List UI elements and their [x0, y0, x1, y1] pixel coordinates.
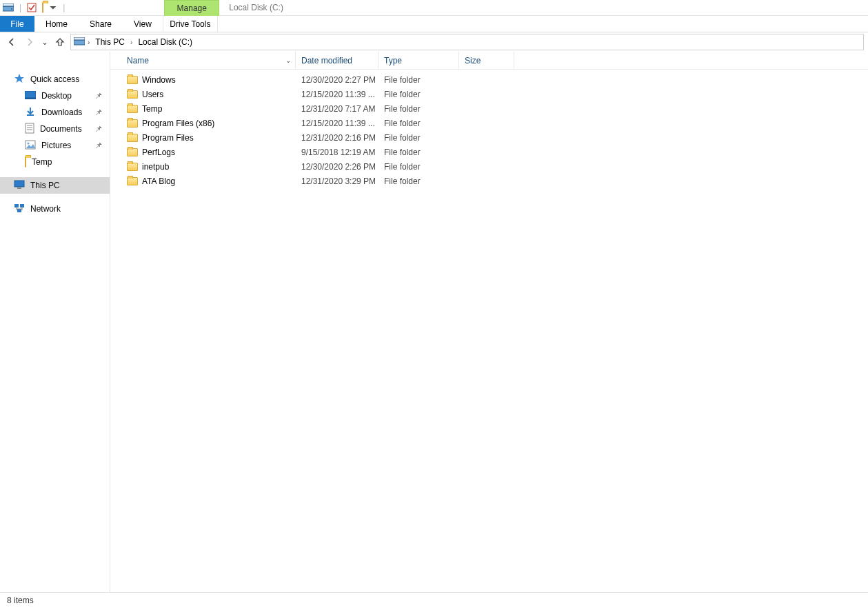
- chevron-right-icon[interactable]: ›: [130, 39, 132, 46]
- drive-icon: [74, 37, 85, 48]
- sidebar-item-label: Quick access: [30, 74, 79, 84]
- pin-icon: 📌︎: [94, 108, 103, 117]
- svg-rect-5: [74, 37, 85, 40]
- sidebar-item-label: Pictures: [41, 141, 71, 150]
- computer-icon: [14, 180, 25, 192]
- file-list[interactable]: Windows12/30/2020 2:27 PMFile folderUser…: [110, 70, 868, 592]
- tab-home[interactable]: Home: [34, 16, 79, 32]
- folder-icon: [127, 134, 138, 142]
- status-item-count: 8 items: [7, 596, 34, 605]
- up-button[interactable]: [52, 34, 68, 50]
- main-area: Quick access Desktop 📌︎ Downloads 📌︎ Doc…: [0, 52, 868, 592]
- folder-icon: [127, 163, 138, 171]
- sidebar-item-label: This PC: [30, 181, 60, 190]
- file-row[interactable]: PerfLogs9/15/2018 12:19 AMFile folder: [110, 145, 868, 159]
- tab-view[interactable]: View: [123, 16, 163, 32]
- svg-rect-16: [17, 188, 21, 189]
- sidebar-item-quick-access[interactable]: Quick access: [0, 71, 110, 88]
- folder-icon: [127, 119, 138, 128]
- pin-icon: 📌︎: [94, 124, 103, 134]
- file-type: File folder: [379, 119, 459, 128]
- sidebar-item-downloads[interactable]: Downloads 📌︎: [0, 104, 110, 121]
- sidebar-item-label: Desktop: [41, 91, 72, 101]
- pin-icon: 📌︎: [94, 91, 103, 101]
- svg-rect-19: [17, 209, 21, 212]
- svg-rect-17: [14, 204, 19, 207]
- svg-point-2: [11, 8, 12, 10]
- file-date: 12/15/2020 11:39 ...: [296, 119, 379, 128]
- pin-icon: 📌︎: [94, 141, 103, 150]
- forward-button[interactable]: [22, 34, 37, 50]
- column-header-size[interactable]: Size: [459, 52, 514, 69]
- svg-rect-3: [28, 3, 36, 12]
- chevron-right-icon[interactable]: ›: [88, 39, 90, 46]
- sidebar-item-network[interactable]: Network: [0, 201, 110, 217]
- file-type: File folder: [379, 176, 459, 186]
- tab-drive-tools[interactable]: Drive Tools: [163, 16, 218, 32]
- tab-share[interactable]: Share: [79, 16, 123, 32]
- sidebar-item-documents[interactable]: Documents 📌︎: [0, 121, 110, 137]
- title-bar: | ⏷ | Manage Local Disk (C:): [0, 0, 868, 16]
- file-row[interactable]: Program Files12/31/2020 2:16 PMFile fold…: [110, 130, 868, 145]
- file-date: 12/15/2020 11:39 ...: [296, 90, 379, 99]
- file-date: 12/30/2020 2:26 PM: [296, 162, 379, 172]
- file-name: Temp: [142, 104, 162, 114]
- sort-descending-icon: ⌄: [285, 57, 291, 64]
- sidebar-item-this-pc[interactable]: This PC: [0, 177, 110, 194]
- file-name: PerfLogs: [142, 148, 175, 157]
- file-date: 9/15/2018 12:19 AM: [296, 148, 379, 157]
- folder-icon: [127, 105, 138, 113]
- tab-file[interactable]: File: [0, 16, 34, 32]
- sidebar-item-label: Documents: [40, 124, 82, 134]
- svg-rect-7: [25, 98, 36, 99]
- sidebar-item-label: Temp: [32, 157, 52, 167]
- file-type: File folder: [379, 90, 459, 99]
- file-row[interactable]: Temp12/31/2020 7:17 AMFile folder: [110, 101, 868, 116]
- file-name: Users: [142, 90, 163, 99]
- file-row[interactable]: Windows12/30/2020 2:27 PMFile folder: [110, 72, 868, 87]
- navigation-pane: Quick access Desktop 📌︎ Downloads 📌︎ Doc…: [0, 52, 110, 592]
- sidebar-item-desktop[interactable]: Desktop 📌︎: [0, 88, 110, 104]
- svg-rect-4: [74, 40, 85, 45]
- properties-icon[interactable]: [27, 3, 37, 12]
- svg-rect-8: [27, 114, 34, 116]
- window-title: Local Disk (C:): [219, 0, 293, 16]
- file-row[interactable]: Users12/15/2020 11:39 ...File folder: [110, 87, 868, 101]
- svg-point-14: [28, 142, 30, 144]
- desktop-icon: [25, 91, 36, 101]
- column-header-type[interactable]: Type: [379, 52, 459, 69]
- folder-icon: [127, 76, 138, 84]
- contextual-tab-manage[interactable]: Manage: [164, 0, 219, 16]
- column-header-date-modified[interactable]: Date modified: [296, 52, 379, 69]
- file-type: File folder: [379, 75, 459, 85]
- status-bar: 8 items: [0, 592, 868, 608]
- breadcrumb-this-pc[interactable]: This PC: [92, 34, 128, 50]
- sidebar-item-pictures[interactable]: Pictures 📌︎: [0, 137, 110, 154]
- sidebar-item-label: Network: [30, 204, 61, 214]
- file-type: File folder: [379, 148, 459, 157]
- svg-rect-9: [26, 123, 34, 133]
- sidebar-item-temp[interactable]: Temp: [0, 154, 110, 170]
- file-row[interactable]: inetpub12/30/2020 2:26 PMFile folder: [110, 159, 868, 174]
- column-header-name[interactable]: Name ⌄: [121, 52, 296, 69]
- column-headers: Name ⌄ Date modified Type Size: [110, 52, 868, 70]
- back-button[interactable]: [4, 34, 19, 50]
- breadcrumb-local-disk[interactable]: Local Disk (C:): [135, 34, 195, 50]
- pictures-icon: [25, 140, 36, 152]
- svg-rect-6: [25, 91, 36, 98]
- file-name: Program Files: [142, 133, 194, 143]
- file-name: ATA Blog: [142, 176, 175, 186]
- svg-rect-15: [14, 181, 24, 187]
- file-row[interactable]: Program Files (x86)12/15/2020 11:39 ...F…: [110, 116, 868, 130]
- folder-icon: [127, 148, 138, 156]
- new-folder-icon[interactable]: [42, 3, 43, 12]
- address-bar[interactable]: › This PC › Local Disk (C:): [70, 34, 864, 50]
- recent-locations-button[interactable]: ⌄: [40, 34, 50, 50]
- folder-icon: [127, 177, 138, 185]
- drive-icon: [3, 3, 14, 12]
- file-row[interactable]: ATA Blog12/31/2020 3:29 PMFile folder: [110, 174, 868, 188]
- folder-icon: [127, 90, 138, 99]
- qat-customize-icon[interactable]: ⏷: [49, 3, 57, 12]
- svg-rect-18: [20, 204, 24, 207]
- file-type: File folder: [379, 104, 459, 114]
